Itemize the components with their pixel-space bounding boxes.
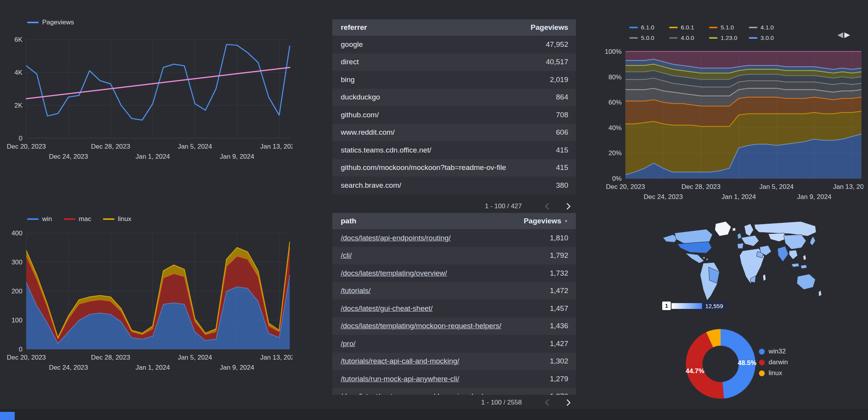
- path-pageviews-value: 1,732: [550, 269, 576, 278]
- legend-item: mac: [64, 215, 91, 223]
- pageviews-header-label: Pageviews: [531, 23, 568, 32]
- path-link[interactable]: /docs/latest/templating/overview/: [341, 269, 447, 277]
- path-table-row: /tutorials/ 1,472: [332, 282, 576, 300]
- legend-swatch: [27, 218, 39, 220]
- path-link[interactable]: /tutorials/run-mock-api-anywhere-cli/: [341, 375, 459, 383]
- referrer-pageviews-header[interactable]: Pageviews: [531, 23, 576, 32]
- path-pageviews-header[interactable]: Pageviews ▼: [524, 217, 576, 225]
- path-table-header: path Pageviews ▼: [332, 213, 576, 229]
- path-pageviews-value: 1,436: [550, 322, 576, 330]
- svg-text:Jan 13, 2024: Jan 13, 2024: [260, 143, 292, 150]
- referrer-table-row: duckduckgo 864: [332, 89, 576, 106]
- country-region[interactable]: [754, 221, 816, 236]
- country-region[interactable]: [685, 253, 704, 263]
- referrer-name: github.com/mockoon/mockoon?tab=readme-ov…: [332, 163, 556, 172]
- path-cell: /docs/latest/api-endpoints/routing/: [332, 234, 550, 242]
- svg-text:Dec 24, 2023: Dec 24, 2023: [49, 364, 88, 371]
- legend-label: linux: [118, 215, 132, 223]
- path-link[interactable]: /tutorials/react-api-call-and-mocking/: [341, 357, 459, 365]
- legend-swatch: [759, 349, 765, 355]
- next-page-button[interactable]: [560, 395, 576, 410]
- referrer-table-body: google 47,952 direct 40,517 bing 2,019 d…: [332, 36, 576, 194]
- path-link[interactable]: /docs/latest/templating/mockoon-request-…: [341, 322, 501, 330]
- pageviews-line-chart[interactable]: 02K4K6KDec 20, 2023Dec 24, 2023Dec 28, 2…: [3, 33, 292, 167]
- path-link[interactable]: /tutorials/: [341, 286, 371, 295]
- path-cell: /tutorials/react-api-call-and-mocking/: [332, 357, 550, 365]
- pagination-label: 1 - 100 / 427: [485, 202, 522, 210]
- world-map-choropleth[interactable]: [658, 218, 834, 307]
- country-region[interactable]: [801, 265, 807, 269]
- chevron-right-icon: [563, 398, 573, 408]
- path-cell: /docs/latest/gui-cheat-sheet/: [332, 304, 550, 313]
- os-downloads-area-chart[interactable]: 0100200300400Dec 20, 2023Dec 24, 2023Dec…: [3, 227, 292, 375]
- svg-text:4K: 4K: [14, 69, 22, 76]
- path-pageviews-value: 1,302: [550, 357, 576, 365]
- legend-swatch: [749, 37, 757, 39]
- country-region[interactable]: [810, 236, 815, 245]
- path-link[interactable]: /docs/latest/gui-cheat-sheet/: [341, 304, 433, 312]
- svg-text:Dec 28, 2023: Dec 28, 2023: [91, 354, 130, 361]
- svg-text:Dec 20, 2023: Dec 20, 2023: [7, 143, 46, 150]
- scroll-right-button[interactable]: ▶: [844, 31, 850, 38]
- legend-swatch: [629, 27, 638, 28]
- legend-item: linux: [759, 369, 788, 377]
- os-share-donut-chart[interactable]: 48.5%44.7%: [684, 327, 757, 402]
- country-region[interactable]: [789, 250, 798, 259]
- referrer-column-header[interactable]: referrer: [332, 23, 531, 32]
- country-region[interactable]: [706, 259, 708, 260]
- legend-swatch: [27, 22, 39, 23]
- legend-scroll-controls: ◀ ▶: [837, 31, 850, 38]
- svg-text:48.5%: 48.5%: [738, 359, 756, 367]
- referrer-name: github.com/: [332, 111, 556, 119]
- legend-swatch: [103, 218, 114, 220]
- referrer-pageviews-value: 47,952: [546, 40, 576, 49]
- country-region[interactable]: [744, 224, 754, 236]
- path-link[interactable]: /docs/latest/route-responses/dynamic-rul…: [341, 392, 483, 395]
- referrer-table-header: referrer Pageviews: [332, 19, 576, 36]
- country-region[interactable]: [741, 235, 759, 246]
- legend-label: win: [42, 215, 52, 223]
- referrer-pageviews-value: 606: [556, 128, 576, 137]
- svg-text:Dec 24, 2023: Dec 24, 2023: [49, 153, 88, 160]
- path-link[interactable]: /pro/: [341, 339, 355, 348]
- country-region[interactable]: [777, 246, 788, 262]
- path-cell: /tutorials/: [332, 286, 550, 295]
- svg-text:80%: 80%: [608, 74, 622, 81]
- legend-swatch: [669, 37, 678, 39]
- country-region[interactable]: [818, 290, 822, 297]
- country-region[interactable]: [803, 255, 806, 260]
- svg-text:0: 0: [19, 135, 22, 142]
- path-pageviews-value: 1,427: [550, 339, 576, 348]
- country-region[interactable]: [791, 263, 799, 267]
- country-region[interactable]: [737, 243, 743, 249]
- legend-item: win32: [759, 348, 788, 355]
- country-region[interactable]: [763, 274, 766, 281]
- pagination-label: 1 - 100 / 2558: [481, 399, 522, 406]
- prev-page-button[interactable]: [540, 199, 555, 214]
- legend-item: darwin: [759, 358, 788, 366]
- legend-item: 3.0.0: [749, 34, 789, 41]
- country-region[interactable]: [797, 274, 815, 290]
- path-link[interactable]: /cli/: [341, 251, 352, 259]
- path-table-body: /docs/latest/api-endpoints/routing/ 1,81…: [332, 229, 576, 395]
- svg-text:Jan 13, 2024: Jan 13, 2024: [260, 354, 292, 361]
- country-region[interactable]: [732, 228, 736, 231]
- country-region[interactable]: [715, 221, 731, 236]
- next-page-button[interactable]: [560, 199, 576, 214]
- svg-text:44.7%: 44.7%: [686, 367, 704, 375]
- versions-area-chart[interactable]: 0%20%40%60%80%100%Dec 20, 2023Dec 24, 20…: [602, 46, 863, 208]
- svg-text:Dec 20, 2023: Dec 20, 2023: [7, 354, 46, 361]
- legend-label: 5.1.0: [721, 24, 734, 31]
- prev-page-button[interactable]: [540, 395, 555, 410]
- legend-item: linux: [103, 215, 132, 223]
- country-region[interactable]: [784, 235, 806, 249]
- path-link[interactable]: /docs/latest/api-endpoints/routing/: [341, 234, 451, 242]
- country-region[interactable]: [678, 242, 712, 253]
- legend-item: 4.0.0: [669, 34, 709, 41]
- pageviews-header-label: Pageviews: [524, 217, 561, 225]
- country-region[interactable]: [737, 233, 742, 239]
- path-column-header[interactable]: path: [332, 217, 524, 225]
- scroll-left-button[interactable]: ◀: [837, 31, 843, 38]
- referrer-name: statics.teams.cdn.office.net/: [332, 146, 556, 154]
- country-region[interactable]: [703, 257, 705, 259]
